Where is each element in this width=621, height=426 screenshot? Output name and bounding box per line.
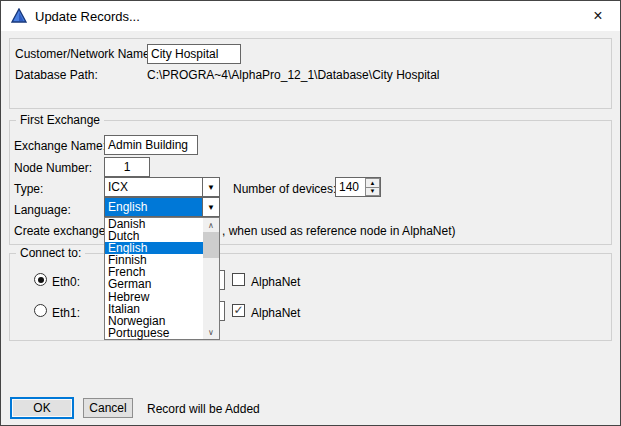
exchange-name-input[interactable]: Admin Building	[104, 135, 198, 155]
app-logo-icon	[11, 8, 27, 24]
connect-to-legend: Connect to:	[16, 246, 85, 260]
language-option[interactable]: German	[105, 278, 203, 290]
database-path-value: C:\PROGRA~4\AlphaPro_12_1\Database\City …	[147, 68, 439, 82]
check-icon: ✓	[233, 305, 243, 316]
database-path-label: Database Path:	[15, 68, 98, 82]
chevron-down-icon[interactable]: ▼	[202, 178, 219, 196]
language-value: English	[105, 198, 202, 216]
update-records-dialog: Update Records... × Customer/Network Nam…	[0, 0, 621, 426]
eth1-alphanet-label[interactable]: AlphaNet	[251, 306, 300, 320]
devices-label: Number of devices:	[233, 182, 336, 196]
chevron-down-icon[interactable]: ▼	[202, 198, 219, 216]
create-exchange-text-left: Create exchange d	[14, 224, 115, 238]
type-label: Type:	[14, 182, 43, 196]
titlebar[interactable]: Update Records... ×	[1, 1, 620, 31]
language-listbox[interactable]: ∧ ∨ DanishDutchEnglishFinnishFrenchGerma…	[104, 217, 220, 340]
eth1-radio[interactable]	[34, 304, 47, 317]
language-option[interactable]: Italian	[105, 303, 203, 315]
spin-down-icon[interactable]: ▼	[365, 188, 380, 197]
create-exchange-text-right: , when used as reference node in AlphaNe…	[222, 224, 455, 238]
customer-name-input[interactable]: City Hospital	[147, 44, 241, 64]
language-label: Language:	[14, 203, 71, 217]
language-combobox[interactable]: English ▼	[104, 197, 220, 217]
language-option[interactable]: Portuguese	[105, 327, 203, 339]
spinner-buttons: ▲ ▼	[365, 178, 380, 196]
status-text: Record will be Added	[147, 402, 260, 416]
eth0-label[interactable]: Eth0:	[52, 275, 80, 289]
eth1-alphanet-checkbox[interactable]: ✓	[232, 304, 245, 317]
first-exchange-legend: First Exchange	[16, 113, 104, 127]
devices-value: 140	[336, 178, 365, 196]
node-number-input[interactable]: 1	[104, 157, 150, 177]
exchange-name-label: Exchange Name:	[14, 139, 106, 153]
window-title: Update Records...	[35, 9, 140, 24]
type-combobox[interactable]: ICX ▼	[104, 177, 220, 197]
eth0-alphanet-checkbox[interactable]: ✓	[232, 273, 245, 286]
close-icon[interactable]: ×	[577, 2, 619, 30]
customer-name-label: Customer/Network Name:	[15, 47, 153, 61]
ok-button[interactable]: OK	[10, 397, 74, 419]
language-option[interactable]: Hebrew	[105, 291, 203, 303]
eth1-label[interactable]: Eth1:	[52, 306, 80, 320]
scrollbar-thumb[interactable]	[203, 232, 219, 258]
scroll-up-icon[interactable]: ∧	[203, 218, 219, 232]
connect-to-group: Connect to:	[9, 253, 612, 341]
eth0-alphanet-label[interactable]: AlphaNet	[251, 275, 300, 289]
scrollbar[interactable]: ∧ ∨	[203, 218, 219, 339]
cancel-button[interactable]: Cancel	[83, 398, 133, 418]
scroll-down-icon[interactable]: ∨	[203, 325, 219, 339]
type-value: ICX	[105, 178, 202, 196]
spin-up-icon[interactable]: ▲	[365, 178, 380, 188]
eth0-radio[interactable]	[34, 273, 47, 286]
devices-stepper[interactable]: 140 ▲ ▼	[335, 177, 381, 197]
node-number-label: Node Number:	[14, 161, 92, 175]
